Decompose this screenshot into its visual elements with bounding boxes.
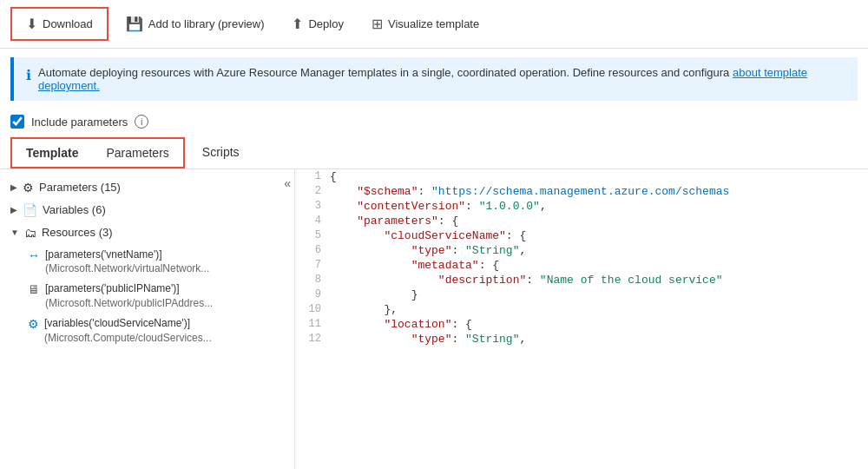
line-num: 5 xyxy=(295,228,330,243)
template-parameters-outlined: Template Parameters xyxy=(10,137,185,168)
include-parameters-checkbox[interactable] xyxy=(10,115,24,129)
deploy-label: Deploy xyxy=(308,17,343,30)
download-icon: ⬇ xyxy=(26,16,37,32)
resources-label: Resources (3) xyxy=(42,225,113,241)
tree-item-resources[interactable]: ▼ 🗂 Resources (3) xyxy=(0,221,294,244)
download-outlined-group: ⬇ Download xyxy=(10,7,108,41)
code-panel: 1 { 2 "$schema": "https://schema.managem… xyxy=(295,169,868,469)
code-line-12: 12 "type": "String", xyxy=(295,332,868,347)
line-code: "description": "Name of the cloud servic… xyxy=(330,273,868,287)
code-line-10: 10 }, xyxy=(295,302,868,317)
tab-template[interactable]: Template xyxy=(12,139,92,167)
line-code: "type": "String", xyxy=(330,332,868,347)
visualize-button[interactable]: ⊞ Visualize template xyxy=(358,9,493,39)
code-line-4: 4 "parameters": { xyxy=(295,214,868,228)
info-text: Automate deploying resources with Azure … xyxy=(38,66,845,92)
chevron-right-icon: ▶ xyxy=(10,205,17,215)
line-num: 7 xyxy=(295,258,330,273)
line-code: "parameters": { xyxy=(330,214,868,228)
cloudservice-icon: ⚙ xyxy=(28,317,39,331)
publicip-icon: 🖥 xyxy=(28,282,40,296)
code-table: 1 { 2 "$schema": "https://schema.managem… xyxy=(295,169,868,347)
publicip-label: [parameters('publicIPName')] (Microsoft.… xyxy=(45,281,213,311)
line-code: "location": { xyxy=(330,317,868,332)
line-num: 9 xyxy=(295,287,330,302)
line-num: 8 xyxy=(295,273,330,287)
add-library-label: Add to library (preview) xyxy=(148,17,265,30)
chevron-down-icon: ▼ xyxy=(10,228,19,237)
deploy-icon: ⬆ xyxy=(292,16,303,32)
left-panel: « ▶ ⚙ Parameters (15) ▶ 📄 Variables (6) … xyxy=(0,169,295,469)
vnet-label: [parameters('vnetName')] (Microsoft.Netw… xyxy=(45,248,209,277)
include-parameters-label: Include parameters xyxy=(31,116,128,129)
visualize-icon: ⊞ xyxy=(372,16,383,32)
line-num: 11 xyxy=(295,317,330,332)
code-line-9: 9 } xyxy=(295,287,868,302)
line-code: "metadata": { xyxy=(330,258,868,273)
download-label: Download xyxy=(43,17,93,30)
include-parameters-info-icon[interactable]: i xyxy=(135,115,148,129)
info-bar: ℹ Automate deploying resources with Azur… xyxy=(10,57,858,101)
info-icon: ℹ xyxy=(26,67,31,83)
code-line-6: 6 "type": "String", xyxy=(295,243,868,258)
code-line-1: 1 { xyxy=(295,169,868,184)
deploy-button[interactable]: ⬆ Deploy xyxy=(278,9,357,39)
add-library-button[interactable]: 💾 Add to library (preview) xyxy=(112,9,279,39)
tab-scripts[interactable]: Scripts xyxy=(188,138,253,168)
code-line-5: 5 "cloudServiceName": { xyxy=(295,228,868,243)
line-code: } xyxy=(330,287,868,302)
chevron-right-icon: ▶ xyxy=(10,182,17,192)
code-line-3: 3 "contentVersion": "1.0.0.0", xyxy=(295,199,868,214)
include-parameters-row: Include parameters i xyxy=(0,109,868,134)
tree-item-parameters[interactable]: ▶ ⚙ Parameters (15) xyxy=(0,176,294,199)
line-num: 1 xyxy=(295,169,330,184)
line-num: 4 xyxy=(295,214,330,228)
document-icon: 📄 xyxy=(23,203,37,217)
tree-child-vnet[interactable]: ↔ [parameters('vnetName')] (Microsoft.Ne… xyxy=(0,245,294,280)
tree-child-publicip[interactable]: 🖥 [parameters('publicIPName')] (Microsof… xyxy=(0,279,294,314)
parameters-label: Parameters (15) xyxy=(39,180,121,195)
line-code: }, xyxy=(330,302,868,317)
line-num: 12 xyxy=(295,332,330,347)
gear-icon: ⚙ xyxy=(23,181,34,195)
line-num: 2 xyxy=(295,184,330,199)
code-line-7: 7 "metadata": { xyxy=(295,258,868,273)
line-code: "$schema": "https://schema.management.az… xyxy=(330,184,868,199)
line-num: 10 xyxy=(295,302,330,317)
tab-parameters[interactable]: Parameters xyxy=(92,139,182,167)
toolbar: ⬇ Download 💾 Add to library (preview) ⬆ … xyxy=(0,0,868,49)
line-code: "type": "String", xyxy=(330,243,868,258)
line-code: "cloudServiceName": { xyxy=(330,228,868,243)
code-line-11: 11 "location": { xyxy=(295,317,868,332)
line-num: 6 xyxy=(295,243,330,258)
resources-icon: 🗂 xyxy=(24,226,36,240)
download-button[interactable]: ⬇ Download xyxy=(12,9,107,39)
tree-child-cloudservice[interactable]: ⚙ [variables('cloudServiceName')] (Micro… xyxy=(0,314,294,348)
cloudservice-label: [variables('cloudServiceName')] (Microso… xyxy=(44,316,212,346)
main-area: « ▶ ⚙ Parameters (15) ▶ 📄 Variables (6) … xyxy=(0,169,868,469)
line-num: 3 xyxy=(295,199,330,214)
tabs-row: Template Parameters Scripts xyxy=(0,134,868,169)
network-icon: ↔ xyxy=(28,248,40,262)
line-code: { xyxy=(330,169,868,184)
code-line-2: 2 "$schema": "https://schema.management.… xyxy=(295,184,868,199)
save-icon: 💾 xyxy=(126,16,143,32)
variables-label: Variables (6) xyxy=(43,202,106,218)
collapse-button[interactable]: « xyxy=(284,176,291,190)
tree-item-variables[interactable]: ▶ 📄 Variables (6) xyxy=(0,199,294,221)
line-code: "contentVersion": "1.0.0.0", xyxy=(330,199,868,214)
visualize-label: Visualize template xyxy=(388,17,479,30)
code-line-8: 8 "description": "Name of the cloud serv… xyxy=(295,273,868,287)
